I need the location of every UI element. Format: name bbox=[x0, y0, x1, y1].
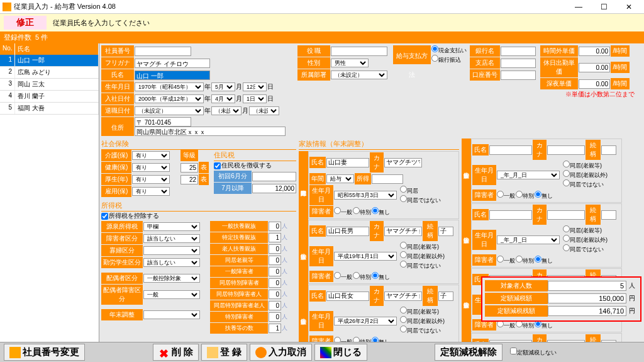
pay-bank-radio bbox=[431, 55, 438, 62]
yearend-adj-select[interactable] bbox=[143, 310, 200, 319]
spouse-dis-select[interactable]: 一般 bbox=[143, 290, 200, 299]
maximize-button[interactable]: ☐ bbox=[591, 1, 616, 13]
dept-select[interactable]: （未設定） bbox=[331, 71, 387, 79]
spouse-select[interactable]: 一般控除対象 bbox=[143, 274, 200, 283]
release-deduction-button[interactable]: 定額減税解除 bbox=[435, 344, 502, 361]
employee-row[interactable]: 4香川 蘭子 bbox=[0, 91, 99, 103]
family-block: 氏名カナ続柄生年月日_年_月_日同居(老親等)同居(老親以外)同居ではない障害者… bbox=[471, 203, 622, 268]
pension-grade-field[interactable]: 22 bbox=[180, 175, 198, 184]
status-message: 従業員氏名を入力してください bbox=[53, 18, 150, 28]
resident-tax-title: 住民税 bbox=[214, 150, 296, 161]
pension-select[interactable]: 有り bbox=[132, 175, 170, 184]
birth-day-select[interactable]: 12日 bbox=[243, 82, 267, 91]
retire-year-select[interactable]: （未設定） bbox=[135, 106, 204, 115]
employee-row[interactable]: 2広島 みどり bbox=[0, 67, 99, 79]
family-block: 氏名カナ続柄生年月日平成19年1月1日同居(老親等)同居(老親以外)同居ではない… bbox=[308, 220, 459, 284]
pay-cash-radio bbox=[431, 45, 438, 52]
titlebar: 従業員入力 - 給与君 Version 4.08 — ☐ ✕ bbox=[0, 0, 644, 14]
sex-select[interactable]: 男性 bbox=[331, 59, 369, 67]
hire-year-select[interactable]: 2000年（平成12年） bbox=[135, 94, 204, 103]
employee-row[interactable]: 1山口 一郎 bbox=[0, 55, 99, 67]
zip-field[interactable]: 〒 701-0145 bbox=[135, 117, 191, 127]
family-block: 氏名カナ続柄生年月日平成26年2月2日同居(老親等)同居(老親以外)同居ではない… bbox=[308, 285, 459, 344]
cancel-input-button[interactable]: 入力取消 bbox=[250, 344, 312, 361]
overtime-rate-field[interactable]: 0.00 bbox=[579, 47, 610, 56]
address-field[interactable]: 岡山県岡山市北区ｘｘｘ bbox=[135, 127, 286, 136]
holiday-rate-field[interactable]: 0.00 bbox=[579, 63, 610, 72]
list-header-bar: 登録件数 5 件 bbox=[0, 31, 644, 43]
branch-field[interactable] bbox=[501, 59, 536, 68]
student-select[interactable]: 該当しない bbox=[143, 258, 200, 267]
deduction-count-field[interactable]: 5 bbox=[548, 281, 626, 291]
delete-button[interactable]: ✖削 除 bbox=[153, 344, 199, 361]
pension-table-button[interactable]: 表 bbox=[199, 174, 209, 185]
deduction-remain-field[interactable]: 146,710 bbox=[548, 306, 626, 316]
family-block: 氏名カナ年間給与所得生年月日昭和55年3月3日同居同居ではない障害者一般特別無し bbox=[308, 151, 459, 219]
income-tax-checkbox bbox=[101, 213, 108, 220]
employee-list: No. 氏名 1山口 一郎2広島 みどり3岡山 三太4香川 蘭子5福岡 大吾 bbox=[0, 43, 99, 344]
employee-row[interactable]: 5福岡 大吾 bbox=[0, 103, 99, 115]
kana-field[interactable]: ヤマグチ イチロウ bbox=[135, 59, 210, 68]
fixed-deduction-panel: 対象者人数5人 定額減税額150,000円 定額減税残額146,710円 bbox=[481, 276, 641, 322]
close-icon bbox=[320, 347, 331, 358]
birth-year-select[interactable]: 1970年（昭和45年） bbox=[135, 82, 204, 91]
account-field[interactable] bbox=[501, 71, 536, 80]
night-rate-field[interactable]: 0.00 bbox=[579, 79, 610, 89]
resident-tax-checkbox bbox=[214, 162, 221, 169]
social-insurance-title: 社会保険 bbox=[101, 139, 296, 150]
app-icon bbox=[3, 3, 11, 11]
birth-month-select[interactable]: 5月 bbox=[211, 82, 235, 91]
close-button[interactable]: 閉じる bbox=[314, 344, 367, 361]
family-block: 氏名カナ続柄生年月日_年_月_日同居(老親等)同居(老親以外)同居ではない障害者… bbox=[471, 139, 622, 203]
register-button[interactable]: 登 録 bbox=[201, 344, 247, 361]
employee-row[interactable]: 3岡山 三太 bbox=[0, 79, 99, 91]
undo-icon bbox=[255, 347, 267, 358]
mode-badge: 修正 bbox=[4, 16, 47, 30]
employment-ins-select[interactable]: 有り bbox=[132, 187, 170, 196]
resident-tax-7-field[interactable]: 12,000 bbox=[252, 184, 296, 193]
resident-tax-6-field[interactable] bbox=[252, 172, 296, 181]
income-tax-title: 所得税 bbox=[101, 200, 296, 212]
employee-number-field[interactable] bbox=[135, 47, 191, 56]
health-ins-select[interactable]: 有り bbox=[132, 163, 170, 172]
bank-name-field[interactable] bbox=[501, 47, 536, 56]
close-window-button[interactable]: ✕ bbox=[616, 1, 641, 13]
delete-icon: ✖ bbox=[158, 347, 170, 358]
widow-select[interactable] bbox=[143, 246, 200, 255]
bottom-toolbar: 社員番号変更 ✖削 除 登 録 入力取消 閉じる 定額減税解除 定額減税しない bbox=[0, 342, 644, 362]
deduction-amount-field[interactable]: 150,000 bbox=[548, 293, 626, 303]
name-field[interactable]: 山口 一郎 bbox=[135, 71, 210, 80]
save-icon bbox=[207, 347, 218, 358]
status-banner: 修正 従業員氏名を入力してください bbox=[0, 14, 644, 31]
tax-table-select[interactable]: 甲欄 bbox=[143, 222, 200, 231]
disability-select[interactable]: 該当しない bbox=[143, 234, 200, 243]
person-icon bbox=[9, 347, 21, 358]
window-title: 従業員入力 - 給与君 Version 4.08 bbox=[14, 2, 116, 11]
minimize-button[interactable]: — bbox=[566, 1, 591, 13]
health-grade-field[interactable]: 25 bbox=[180, 163, 198, 173]
change-empno-button[interactable]: 社員番号変更 bbox=[4, 344, 85, 361]
post-field[interactable] bbox=[331, 47, 387, 56]
care-ins-select[interactable]: 有り bbox=[132, 151, 170, 160]
health-table-button[interactable]: 表 bbox=[199, 162, 209, 173]
rate-note: ※単価は小数第二位まで bbox=[540, 90, 635, 99]
no-deduction-checkbox bbox=[510, 348, 517, 354]
